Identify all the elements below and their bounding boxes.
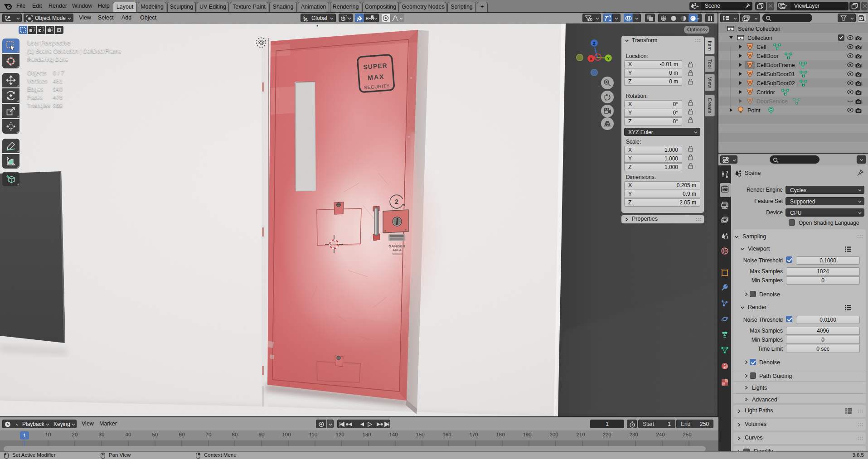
svg-text:CellSubDoor02: CellSubDoor02 bbox=[756, 80, 795, 87]
svg-text:CellDoorFrame: CellDoorFrame bbox=[756, 62, 795, 68]
svg-text:CellDoor: CellDoor bbox=[756, 53, 779, 59]
svg-text:DoorService: DoorService bbox=[756, 98, 788, 105]
svg-text:CellSubDoor01: CellSubDoor01 bbox=[756, 71, 795, 77]
svg-text:X: X bbox=[590, 56, 593, 61]
svg-text:Cell: Cell bbox=[756, 44, 766, 50]
svg-text:Scene Collection: Scene Collection bbox=[738, 26, 781, 32]
svg-text:Coridor: Coridor bbox=[756, 89, 775, 96]
svg-text:Collection: Collection bbox=[747, 35, 772, 41]
svg-text:Point: Point bbox=[747, 107, 761, 114]
svg-text:Z: Z bbox=[593, 41, 596, 46]
svg-text:Y: Y bbox=[607, 56, 610, 61]
